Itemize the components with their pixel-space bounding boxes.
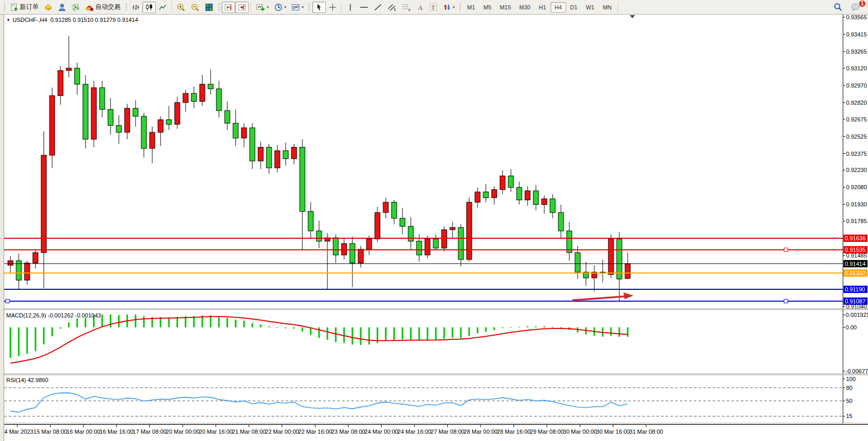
vertical-line-tool-button[interactable] <box>344 2 357 13</box>
zoom-in-button[interactable] <box>174 2 188 13</box>
bar-chart-icon <box>131 3 140 11</box>
line-handle[interactable] <box>784 299 788 303</box>
svg-text:0.93565: 0.93565 <box>846 15 867 20</box>
toolbar-grip[interactable] <box>217 3 220 12</box>
main-toolbar: 新订单 自动交易 ▾ ▾ <box>0 0 868 15</box>
svg-text:-0.006777: -0.006777 <box>846 368 868 374</box>
timeframe-button-M1[interactable]: M1 <box>463 2 479 13</box>
svg-text:30 Mar 00:00: 30 Mar 00:00 <box>563 428 597 435</box>
cursor-icon <box>315 3 323 11</box>
rsi-panel[interactable]: 100805015 <box>4 376 855 419</box>
svg-text:14 Mar 2023: 14 Mar 2023 <box>4 428 33 435</box>
time-axis[interactable]: 14 Mar 202315 Mar 08:0016 Mar 00:0016 Ma… <box>4 425 868 435</box>
symbol-dropdown-icon[interactable]: ▼ <box>6 18 10 22</box>
svg-text:30 Mar 16:00: 30 Mar 16:00 <box>596 428 630 435</box>
signal-icon <box>71 3 80 11</box>
timeframe-button-M15[interactable]: M15 <box>496 2 515 13</box>
timeframe-toolbar: M1M5M15M30H1H4D1W1MN <box>463 2 616 13</box>
candlestick-chart-button[interactable] <box>142 2 156 13</box>
autotrade-label: 自动交易 <box>95 3 120 11</box>
autotrade-button[interactable]: 自动交易 <box>82 2 123 13</box>
svg-text:0.91785: 0.91785 <box>846 218 867 224</box>
arrows-tool-button[interactable]: ▾ <box>440 2 458 13</box>
svg-text:0.92375: 0.92375 <box>846 151 867 157</box>
timeframe-button-M30[interactable]: M30 <box>515 2 534 13</box>
svg-text:0.92230: 0.92230 <box>846 167 867 173</box>
toolbar-grip[interactable] <box>308 3 311 12</box>
svg-text:E: E <box>394 8 396 11</box>
crosshair-icon <box>328 3 337 11</box>
chevron-down-icon: ▾ <box>453 5 455 9</box>
text-tool-button[interactable]: A <box>414 2 426 13</box>
toolbar-grip[interactable] <box>3 3 6 12</box>
clock-icon <box>274 3 283 11</box>
line-handle[interactable] <box>6 299 9 303</box>
timeframe-button-H4[interactable]: H4 <box>551 2 566 13</box>
svg-text:24 Mar 16:00: 24 Mar 16:00 <box>398 428 432 435</box>
rsi-indicator-title: RSI(14) 42.9860 <box>6 377 48 383</box>
text-label-tool-button[interactable]: T <box>426 2 440 13</box>
trendline-tool-button[interactable] <box>371 2 385 13</box>
svg-text:0.91485: 0.91485 <box>846 252 867 259</box>
add-indicator-button[interactable]: ▾ <box>253 2 272 13</box>
chat-button[interactable]: 1 <box>848 2 863 13</box>
price-line-0.91087[interactable]: 0.91087 <box>4 298 867 305</box>
templates-button[interactable]: ▾ <box>289 2 307 13</box>
svg-text:0.91636: 0.91636 <box>845 235 866 241</box>
line-chart-button[interactable] <box>156 2 169 13</box>
promo-button[interactable] <box>41 2 55 13</box>
toolbar-grip[interactable] <box>125 3 127 12</box>
chart-canvas[interactable]: 0.916360.915350.914140.913320.911900.910… <box>4 15 868 441</box>
toolbar-separator <box>251 2 251 13</box>
price-scale[interactable]: 0.935650.934150.932650.931200.929700.928… <box>843 15 867 425</box>
horizontal-line-tool-button[interactable] <box>357 2 371 13</box>
timeframe-button-W1[interactable]: W1 <box>582 2 599 13</box>
community-button[interactable] <box>55 2 69 13</box>
svg-text:21 Mar 08:00: 21 Mar 08:00 <box>232 428 266 435</box>
price-line-0.91414[interactable]: 0.91414 <box>4 260 867 267</box>
channel-tool-button[interactable]: E <box>385 2 399 13</box>
svg-text:0.91190: 0.91190 <box>845 286 865 292</box>
timeframe-button-M5[interactable]: M5 <box>479 2 495 13</box>
tile-windows-button[interactable] <box>202 2 216 13</box>
chart-shift-icon <box>238 3 246 11</box>
timeframe-button-H1[interactable]: H1 <box>534 2 550 13</box>
svg-text:22 Mar 16:00: 22 Mar 16:00 <box>298 428 332 435</box>
cursor-button[interactable] <box>312 2 326 13</box>
candlestick-chart-icon <box>145 3 153 11</box>
window-edge <box>0 15 4 441</box>
svg-text:50: 50 <box>846 398 852 404</box>
price-line-0.91190[interactable]: 0.91190 <box>4 286 867 293</box>
equidistant-channel-icon: E <box>387 3 397 11</box>
signals-button[interactable] <box>69 2 82 13</box>
fibonacci-tool-button[interactable]: F <box>399 2 414 13</box>
search-button[interactable] <box>831 2 845 13</box>
toolbar-separator <box>341 2 342 13</box>
svg-text:0.93415: 0.93415 <box>846 31 867 38</box>
svg-text:0.91414: 0.91414 <box>845 261 866 267</box>
trend-arrow-annotation[interactable] <box>572 292 633 300</box>
macd-panel[interactable]: 0.0019210.00-0.006777 <box>10 312 868 374</box>
bar-chart-button[interactable] <box>129 2 142 13</box>
chart-shift-button[interactable] <box>235 2 249 13</box>
periods-button[interactable]: ▾ <box>272 2 289 13</box>
autoscroll-button[interactable] <box>222 2 235 13</box>
chart-shift-marker[interactable] <box>630 15 635 18</box>
svg-text:27 Mar 08:00: 27 Mar 08:00 <box>431 428 464 435</box>
line-handle[interactable] <box>784 248 788 252</box>
autotrade-icon <box>85 3 94 11</box>
new-order-button[interactable]: 新订单 <box>7 2 41 13</box>
svg-text:20 Mar 00:00: 20 Mar 00:00 <box>166 428 200 435</box>
fibonacci-icon: F <box>402 3 411 11</box>
macd-indicator-title: MACD(12,26,9) -0.001262 -0.001043 <box>6 312 101 318</box>
svg-text:A: A <box>418 4 423 11</box>
timeframe-button-MN[interactable]: MN <box>598 2 616 13</box>
zoom-out-button[interactable] <box>188 2 202 13</box>
line-chart-icon <box>158 3 167 11</box>
toolbar-grip[interactable] <box>459 3 461 12</box>
timeframe-button-D1[interactable]: D1 <box>566 2 582 13</box>
svg-text:0.93265: 0.93265 <box>846 48 867 55</box>
crosshair-button[interactable] <box>326 2 339 13</box>
price-line-0.91332[interactable]: 0.91332 <box>4 270 867 277</box>
svg-text:T: T <box>431 4 435 10</box>
